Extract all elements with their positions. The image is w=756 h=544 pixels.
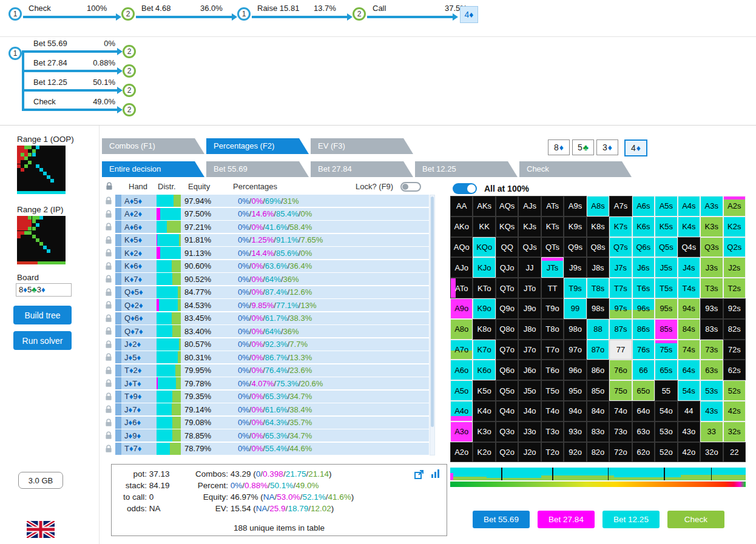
matrix-cell-kqo[interactable]: KQo xyxy=(473,237,495,258)
matrix-cell-t5o[interactable]: T5o xyxy=(541,380,564,401)
matrix-cell-j6s[interactable]: J6s xyxy=(632,257,655,278)
matrix-cell-t4o[interactable]: T4o xyxy=(541,401,564,421)
matrix-cell-kqs[interactable]: KQs xyxy=(496,217,518,237)
hand-row[interactable]: K♦7♦90.52%0%/0%/64%/36% xyxy=(102,273,436,285)
matrix-cell-63o[interactable]: 63o xyxy=(632,421,655,442)
matrix-cell-j3s[interactable]: J3s xyxy=(700,257,723,278)
matrix-cell-85o[interactable]: 85o xyxy=(587,380,609,401)
row-lock[interactable] xyxy=(102,236,115,244)
matrix-cell-j4s[interactable]: J4s xyxy=(678,257,700,278)
board-card-3d[interactable]: 3♦ xyxy=(596,139,618,155)
matrix-cell-j9o[interactable]: J9o xyxy=(518,298,541,319)
tree-root-node[interactable]: 1 xyxy=(8,47,22,60)
turn-card[interactable]: 4♦ xyxy=(460,6,478,23)
matrix-cell-k7o[interactable]: K7o xyxy=(473,340,495,360)
matrix-cell-33[interactable]: 33 xyxy=(700,421,723,442)
matrix-cell-44[interactable]: 44 xyxy=(678,401,700,421)
matrix-cell-k9o[interactable]: K9o xyxy=(473,298,495,319)
row-lock[interactable] xyxy=(102,275,115,283)
language-flag[interactable] xyxy=(27,521,55,540)
matrix-cell-q7s[interactable]: Q7s xyxy=(609,237,632,258)
matrix-cell-65s[interactable]: 65s xyxy=(655,360,677,380)
matrix-cell-t5s[interactable]: T5s xyxy=(655,278,677,298)
matrix-cell-q8o[interactable]: Q8o xyxy=(496,319,518,340)
row-lock[interactable] xyxy=(102,418,115,427)
matrix-cell-t2o[interactable]: T2o xyxy=(541,442,564,463)
matrix-cell-t6s[interactable]: T6s xyxy=(632,278,655,298)
matrix-cell-jts[interactable]: JTs xyxy=(541,257,564,278)
matrix-cell-jj[interactable]: JJ xyxy=(518,257,541,278)
hand-row[interactable]: J♦6♦79.08%0%/0%/64.3%/35.7% xyxy=(102,417,436,429)
matrix-cell-86o[interactable]: 86o xyxy=(587,360,609,380)
matrix-cell-73s[interactable]: 73s xyxy=(700,340,723,360)
matrix-cell-32o[interactable]: 32o xyxy=(700,442,723,463)
row-lock[interactable] xyxy=(102,366,115,375)
matrix-cell-84o[interactable]: 84o xyxy=(587,401,609,421)
header-lock-icon[interactable] xyxy=(106,182,113,192)
board-card-5c[interactable]: 5♣ xyxy=(572,139,594,155)
action-button-bet-12-25[interactable]: Bet 12.25 xyxy=(602,511,660,528)
matrix-cell-53s[interactable]: 53s xyxy=(700,380,723,401)
matrix-cell-a2s[interactable]: A2s xyxy=(723,196,746,217)
scrollbar-thumb[interactable] xyxy=(431,196,434,427)
matrix-cell-q5o[interactable]: Q5o xyxy=(496,380,518,401)
matrix-cell-ajs[interactable]: AJs xyxy=(518,196,541,217)
matrix-cell-95s[interactable]: 95s xyxy=(655,298,677,319)
matrix-cell-q6o[interactable]: Q6o xyxy=(496,360,518,380)
matrix-cell-j4o[interactable]: J4o xyxy=(518,401,541,421)
row-lock[interactable] xyxy=(102,327,115,335)
hand-row[interactable]: J♦2♦80.57%0%/0%/92.3%/7.7% xyxy=(102,338,436,351)
matrix-cell-82s[interactable]: 82s xyxy=(723,319,746,340)
view-tab-percentages-f2[interactable]: Percentages (F2) xyxy=(206,138,309,154)
hand-row[interactable]: A♦5♦97.94%0%/0%/69%/31% xyxy=(102,195,436,207)
matrix-cell-t6o[interactable]: T6o xyxy=(541,360,564,380)
matrix-cell-ajo[interactable]: AJo xyxy=(450,257,473,278)
matrix-cell-98s[interactable]: 98s xyxy=(587,298,609,319)
matrix-cell-t4s[interactable]: T4s xyxy=(678,278,700,298)
matrix-cell-77[interactable]: 77 xyxy=(609,340,632,360)
hand-row[interactable]: Q♦7♦83.40%0%/0%/64%/36% xyxy=(102,325,436,337)
matrix-cell-j7s[interactable]: J7s xyxy=(609,257,632,278)
matrix-cell-k5o[interactable]: K5o xyxy=(473,380,495,401)
decision-tab-check[interactable]: Check xyxy=(519,161,632,177)
hand-row[interactable]: Q♦5♦84.77%0%/0%/87.4%/12.6% xyxy=(102,286,436,298)
matrix-cell-aqs[interactable]: AQs xyxy=(496,196,518,217)
hand-row[interactable]: A♦6♦97.21%0%/0%/41.6%/58.4% xyxy=(102,221,436,233)
matrix-cell-32s[interactable]: 32s xyxy=(723,421,746,442)
hand-row[interactable]: T♦2♦79.95%0%/0%/76.4%/23.6% xyxy=(102,364,436,377)
matrix-cell-97o[interactable]: 97o xyxy=(564,340,586,360)
tree-node-2[interactable]: 2 xyxy=(121,7,135,21)
matrix-cell-93s[interactable]: 93s xyxy=(700,298,723,319)
decision-tab-bet-55-69[interactable]: Bet 55.69 xyxy=(206,161,309,177)
matrix-cell-q9o[interactable]: Q9o xyxy=(496,298,518,319)
matrix-cell-73o[interactable]: 73o xyxy=(609,421,632,442)
matrix-cell-qts[interactable]: QTs xyxy=(541,237,564,258)
matrix-cell-q8s[interactable]: Q8s xyxy=(587,237,609,258)
matrix-cell-99[interactable]: 99 xyxy=(564,298,586,319)
matrix-cell-72o[interactable]: 72o xyxy=(609,442,632,463)
matrix-cell-j8o[interactable]: J8o xyxy=(518,319,541,340)
matrix-cell-a2o[interactable]: A2o xyxy=(450,442,473,463)
matrix-cell-66[interactable]: 66 xyxy=(632,360,655,380)
matrix-cell-j9s[interactable]: J9s xyxy=(564,257,586,278)
matrix-cell-q9s[interactable]: Q9s xyxy=(564,237,586,258)
matrix-cell-93o[interactable]: 93o xyxy=(564,421,586,442)
matrix-cell-95o[interactable]: 95o xyxy=(564,380,586,401)
hand-row[interactable]: J♦9♦78.85%0%/0%/65.3%/34.7% xyxy=(102,429,436,442)
matrix-cell-t8o[interactable]: T8o xyxy=(541,319,564,340)
matrix-cell-aks[interactable]: AKs xyxy=(473,196,495,217)
hand-row[interactable]: Q♦2♦84.53%0%/9.85%/77.1%/13% xyxy=(102,299,436,311)
action-button-bet-55-69[interactable]: Bet 55.69 xyxy=(473,511,530,528)
matrix-cell-kts[interactable]: KTs xyxy=(541,217,564,237)
matrix-cell-65o[interactable]: 65o xyxy=(632,380,655,401)
lock-toggle[interactable] xyxy=(400,182,421,192)
matrix-cell-53o[interactable]: 53o xyxy=(655,421,677,442)
row-lock[interactable] xyxy=(102,392,115,401)
matrix-cell-t8s[interactable]: T8s xyxy=(587,278,609,298)
memory-badge[interactable]: 3.0 GB xyxy=(18,472,63,489)
matrix-cell-86s[interactable]: 86s xyxy=(632,319,655,340)
matrix-cell-j5o[interactable]: J5o xyxy=(518,380,541,401)
row-lock[interactable] xyxy=(102,223,115,231)
matrix-cell-92s[interactable]: 92s xyxy=(723,298,746,319)
matrix-cell-aqo[interactable]: AQo xyxy=(450,237,473,258)
